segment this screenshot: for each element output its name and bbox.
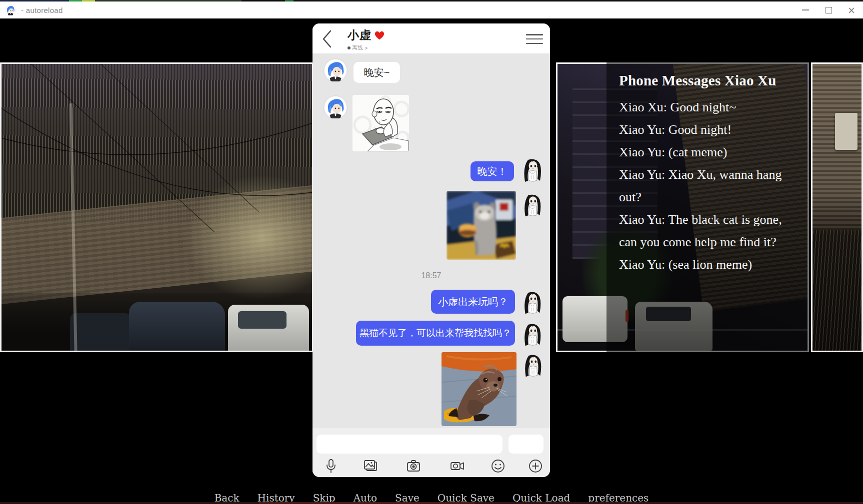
chat-bubble-sent: 晚安！ (470, 161, 514, 181)
quick-menu-save[interactable]: Save (395, 492, 420, 502)
quick-menu-quick-load[interactable]: Quick Load (512, 492, 570, 502)
message-input[interactable] (316, 435, 502, 454)
history-line: Xiao Yu: (sea lion meme) (619, 253, 797, 276)
contact-name: 小虚 (348, 27, 372, 43)
chat-message-list: 晚安~ (312, 53, 550, 428)
minimize-icon (802, 9, 809, 10)
game-viewport: Phone Messages Xiao Xu Xiao Xu: Good nig… (0, 18, 863, 502)
message-history-panel: Phone Messages Xiao Xu Xiao Xu: Good nig… (606, 62, 809, 392)
back-icon[interactable] (322, 29, 332, 48)
avatar-xiao-yu (522, 354, 544, 379)
phone-chat-panel: 小虚 离线 > 晚 (312, 23, 550, 477)
window-bottom-edge (0, 502, 863, 504)
status-dot-icon (348, 46, 350, 49)
close-button[interactable]: × (840, 1, 863, 18)
video-camera-icon[interactable] (450, 458, 466, 474)
camera-icon[interactable] (406, 458, 422, 474)
microphone-icon[interactable] (323, 458, 339, 474)
close-icon: × (848, 5, 856, 15)
app-window: - autoreload × (0, 0, 863, 504)
quick-menu-preferences[interactable]: preferences (588, 492, 648, 502)
history-line: Xiao Yu: Good night! (619, 118, 797, 141)
avatar-xiao-yu (520, 158, 544, 184)
chat-timestamp: 18:57 (312, 271, 550, 280)
quick-menu: Back History Skip Auto Save Quick Save Q… (0, 492, 863, 502)
image-message-cat-burger-meme[interactable] (446, 191, 516, 260)
quick-menu-quick-save[interactable]: Quick Save (438, 492, 494, 502)
avatar-xiao-yu (521, 291, 544, 316)
background-photo-right-edge (811, 62, 863, 352)
background-photo-left (0, 62, 314, 352)
phone-composer (312, 428, 550, 477)
history-line: Xiao Yu: The black cat is gone, can you … (619, 208, 797, 253)
send-button[interactable] (508, 435, 544, 454)
hamburger-menu-icon[interactable] (526, 34, 543, 44)
gallery-icon[interactable] (362, 458, 378, 474)
phone-header: 小虚 离线 > (312, 23, 550, 53)
air-conditioner-shape (835, 113, 858, 150)
avatar-xiao-yu (521, 194, 544, 219)
maximize-button[interactable] (817, 1, 840, 18)
image-message-sea-lion-meme[interactable] (442, 352, 516, 426)
quick-menu-back[interactable]: Back (214, 492, 240, 502)
minimize-button[interactable] (794, 1, 817, 18)
avatar-xiao-yu (521, 323, 544, 348)
window-controls: × (794, 1, 863, 18)
history-title: Phone Messages Xiao Xu (619, 72, 797, 89)
title-bar: - autoreload × (0, 1, 863, 18)
contact-status: 离线 > (348, 44, 384, 51)
power-wires (2, 64, 312, 351)
plus-icon[interactable] (528, 458, 544, 474)
quick-menu-skip[interactable]: Skip (313, 492, 336, 502)
app-icon (5, 4, 16, 15)
maximize-icon (826, 7, 832, 13)
quick-menu-history[interactable]: History (258, 492, 295, 502)
window-title: - autoreload (21, 6, 63, 14)
emoji-icon[interactable] (490, 458, 506, 474)
avatar-xiao-xu (324, 96, 347, 119)
chat-bubble-received: 晚安~ (354, 62, 400, 83)
history-line: Xiao Yu: Xiao Xu, wanna hang out? (619, 163, 797, 208)
history-line: Xiao Yu: (cat meme) (619, 141, 797, 163)
history-line: Xiao Xu: Good night~ (619, 96, 797, 118)
heart-icon (374, 31, 384, 40)
image-message-tea-sip-meme[interactable] (352, 95, 409, 151)
quick-menu-auto[interactable]: Auto (354, 492, 377, 502)
chat-bubble-sent: 小虚出来玩吗？ (431, 290, 515, 314)
chat-bubble-sent: 黑猫不见了，可以出来帮我找找吗？ (356, 321, 515, 346)
avatar-xiao-xu (324, 59, 347, 82)
